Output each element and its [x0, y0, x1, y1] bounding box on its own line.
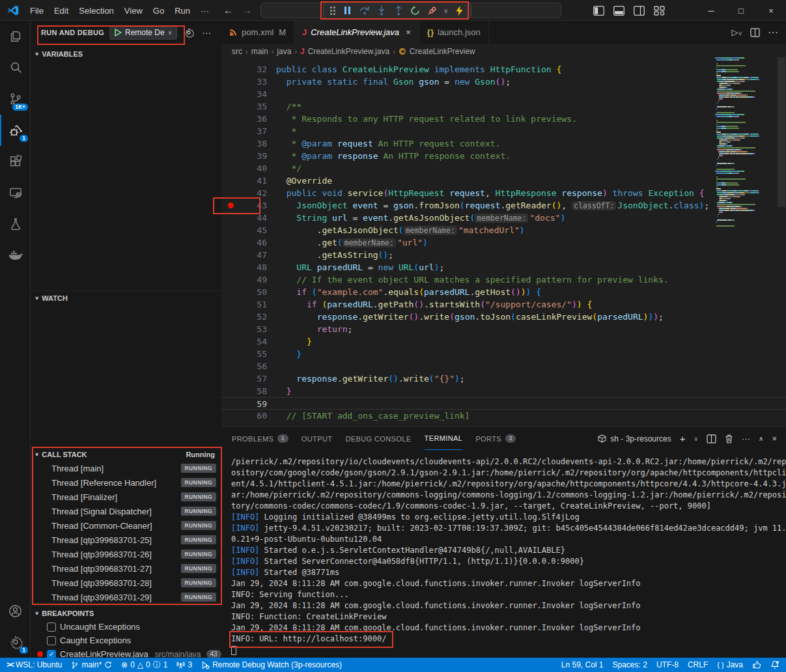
code-line-40[interactable]: 40 */ — [221, 162, 786, 175]
sidebar-more-actions-icon[interactable]: ··· — [202, 27, 211, 38]
debug-session-indicator[interactable]: Remote Debug Watch (3p-resources) — [197, 658, 346, 672]
close-panel-icon[interactable]: × — [772, 434, 777, 443]
notifications-indicator[interactable] — [766, 658, 786, 672]
breadcrumb-item[interactable]: CreateLinkPreview — [410, 47, 475, 56]
call-stack-thread[interactable]: Thread [qtp399683701-28]RUNNING — [31, 576, 221, 590]
watch-section-header[interactable]: ∨ WATCH — [31, 290, 221, 305]
code-line-39[interactable]: 39 * @param response An HTTP response co… — [221, 150, 786, 162]
maximize-panel-chevron-icon[interactable]: ∧ — [759, 435, 763, 442]
code-line-38[interactable]: 38 * @param request An HTTP request cont… — [221, 137, 786, 150]
tab-terminal[interactable]: TERMINAL — [425, 427, 463, 450]
maximize-button[interactable]: □ — [726, 0, 756, 21]
code-line-49[interactable]: 49 // If the event object URL matches a … — [221, 273, 786, 286]
feedback-indicator[interactable] — [748, 658, 766, 672]
step-into-button[interactable] — [376, 5, 387, 16]
code-line-56[interactable]: 56 — [221, 360, 786, 372]
code-line-59[interactable]: 59 — [221, 397, 786, 410]
debug-gear-icon[interactable] — [184, 27, 194, 38]
toggle-sidebar-icon[interactable] — [593, 6, 604, 16]
code-line-44[interactable]: 44 String url = event.getAsJsonObject(me… — [221, 212, 786, 224]
code-line-58[interactable]: 58 } — [221, 385, 786, 397]
call-stack-thread[interactable]: Thread [Signal Dispatcher]RUNNING — [31, 504, 221, 518]
call-stack-thread[interactable]: Thread [qtp399683701-29]RUNNING — [31, 590, 221, 604]
code-line-53[interactable]: 53 return; — [221, 323, 786, 335]
split-terminal-icon[interactable] — [707, 434, 716, 443]
language-mode[interactable]: { } Java — [712, 658, 748, 672]
code-line-41[interactable]: 41 @Override — [221, 175, 786, 187]
menu-[interactable]: ··· — [195, 3, 214, 18]
terminal-output[interactable]: /pierrick/.m2/repository/io/cloudevents/… — [221, 453, 786, 658]
call-stack-thread[interactable]: Thread [qtp399683701-25]RUNNING — [31, 533, 221, 547]
run-java-icon[interactable]: ▷∨ — [731, 27, 742, 37]
code-line-33[interactable]: 33 private static final Gson gson = new … — [221, 76, 786, 88]
code-line-37[interactable]: 37 * — [221, 125, 786, 137]
remote-indicator[interactable]: >< WSL: Ubuntu — [0, 658, 66, 672]
docker-icon[interactable] — [0, 240, 31, 271]
call-stack-thread[interactable]: Thread [qtp399683701-27]RUNNING — [31, 561, 221, 576]
disconnect-button[interactable] — [427, 5, 438, 16]
tab-createlinkpreview-java[interactable]: J CreateLinkPreview.java × — [294, 21, 419, 44]
breadcrumb-item[interactable]: CreateLinkPreview.java — [308, 47, 389, 56]
minimap[interactable] — [715, 57, 775, 253]
step-over-button[interactable] — [359, 5, 370, 16]
editor-scrollbar[interactable] — [778, 57, 785, 207]
eol-setting[interactable]: CRLF — [683, 658, 712, 672]
panel-more-actions-icon[interactable]: ··· — [742, 434, 750, 443]
hot-code-replace-button[interactable] — [454, 5, 465, 16]
kill-terminal-trash-icon[interactable] — [725, 434, 733, 443]
tab-output[interactable]: OUTPUT — [302, 427, 333, 450]
forward-arrow-icon[interactable]: → — [242, 5, 252, 16]
menu-file[interactable]: File — [25, 3, 49, 18]
back-arrow-icon[interactable]: ← — [223, 5, 233, 16]
breakpoint-checkbox[interactable] — [47, 623, 56, 632]
tab-debug-console[interactable]: DEBUG CONSOLE — [345, 427, 411, 450]
breadcrumb-item[interactable]: src — [232, 47, 242, 56]
code-line-36[interactable]: 36 * Responds to any HTTP request relate… — [221, 113, 786, 125]
menu-go[interactable]: Go — [148, 3, 169, 18]
menu-view[interactable]: View — [119, 3, 148, 18]
breakpoint-item[interactable]: Uncaught Exceptions — [31, 620, 221, 634]
git-branch-indicator[interactable]: main* — [66, 658, 117, 672]
extensions-icon[interactable] — [0, 146, 31, 177]
variables-section-header[interactable]: ∨ VARIABLES — [31, 47, 221, 61]
breakpoint-checkbox[interactable] — [47, 650, 56, 658]
code-line-43[interactable]: 43 JsonObject event = gson.fromJson(requ… — [221, 199, 786, 212]
code-line-42[interactable]: 42 public void service(HttpRequest reque… — [221, 187, 786, 199]
settings-gear-icon[interactable]: 1 — [0, 626, 31, 658]
toggle-panel-icon[interactable] — [613, 6, 625, 16]
terminal-dropdown-chevron-icon[interactable]: ∨ — [694, 436, 698, 442]
call-stack-thread[interactable]: Thread [Finalizer]RUNNING — [31, 490, 221, 504]
split-editor-icon[interactable] — [750, 28, 760, 37]
account-icon[interactable] — [0, 595, 31, 626]
terminal-instance-label[interactable]: sh - 3p-resources — [598, 434, 671, 443]
call-stack-thread[interactable]: Thread [Common-Cleaner]RUNNING — [31, 518, 221, 533]
editor-more-actions-icon[interactable]: ··· — [768, 27, 778, 38]
code-line-48[interactable]: 48 URL parsedURL = new URL(url); — [221, 261, 786, 273]
code-line-34[interactable]: 34 — [221, 88, 786, 100]
call-stack-thread[interactable]: Thread [Reference Handler]RUNNING — [31, 475, 221, 490]
code-line-45[interactable]: 45 .getAsJsonObject(memberName:"matchedU… — [221, 224, 786, 236]
code-line-52[interactable]: 52 response.getWriter().write(gson.toJso… — [221, 311, 786, 323]
explorer-icon[interactable] — [0, 21, 31, 52]
indentation-setting[interactable]: Spaces: 2 — [608, 658, 652, 672]
breakpoint-item[interactable]: Caught Exceptions — [31, 634, 221, 647]
code-editor[interactable]: 32public class CreateLinkPreview impleme… — [221, 59, 786, 427]
cursor-position[interactable]: Ln 59, Col 1 — [557, 658, 608, 672]
new-terminal-icon[interactable]: + — [680, 433, 686, 444]
code-line-60[interactable]: 60 // [START add_ons_case_preview_link] — [221, 410, 786, 422]
code-line-46[interactable]: 46 .get(memberName:"url") — [221, 236, 786, 249]
menu-selection[interactable]: Selection — [74, 3, 119, 18]
code-line-50[interactable]: 50 if ("example.com".equals(parsedURL.ge… — [221, 286, 786, 298]
forwarded-ports-indicator[interactable]: 3 — [172, 658, 197, 672]
breadcrumb-item[interactable]: java — [277, 47, 291, 56]
call-stack-section-header[interactable]: ∨ CALL STACK Running — [31, 447, 221, 461]
problems-indicator[interactable]: ⊗0 △0 ⓘ1 — [117, 658, 172, 672]
drag-grip-icon[interactable] — [330, 6, 336, 15]
pause-button[interactable] — [342, 5, 353, 16]
close-tab-icon[interactable]: × — [406, 27, 411, 37]
code-line-47[interactable]: 47 .getAsString(); — [221, 249, 786, 261]
tab-ports[interactable]: PORTS3 — [475, 427, 516, 450]
tab-launch-json[interactable]: { } launch.json — [419, 21, 489, 44]
call-stack-thread[interactable]: Thread [main]RUNNING — [31, 461, 221, 475]
breakpoint-item[interactable]: CreateLinkPreview.javasrc/main/java43 — [31, 647, 221, 658]
